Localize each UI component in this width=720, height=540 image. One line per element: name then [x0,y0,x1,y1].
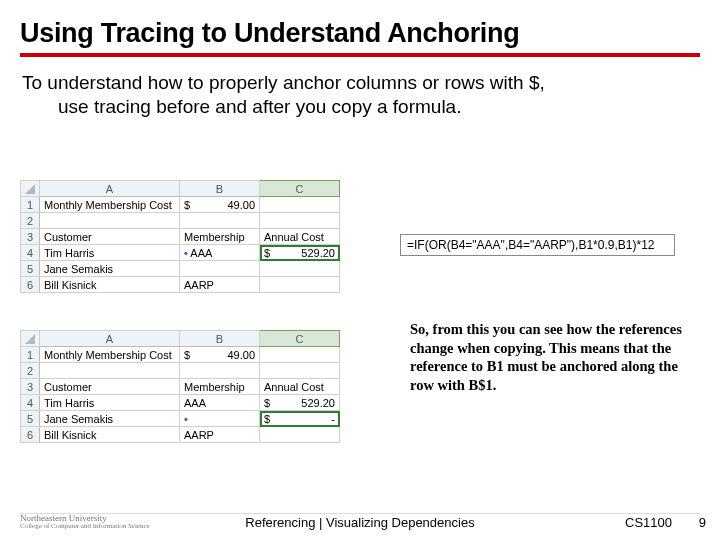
cell-b3[interactable]: Membership [180,229,260,245]
footer: Northeastern University College of Compu… [0,512,720,534]
cell-value: 49.00 [227,349,255,361]
row-header[interactable]: 4 [21,395,40,411]
row-header[interactable]: 5 [21,411,40,427]
slide-title: Using Tracing to Understand Anchoring [20,18,700,49]
cell-c2[interactable] [260,213,340,229]
body-line-2: use tracing before and after you copy a … [22,95,700,119]
dollar-sign: $ [264,397,270,409]
cell-value: 529.20 [301,247,335,259]
col-header-c-selected[interactable]: C [260,181,340,197]
cell-b5[interactable] [180,261,260,277]
row-header[interactable]: 6 [21,427,40,443]
sheet-table-bottom: A B C 1 Monthly Membership Cost $49.00 2… [20,330,340,443]
cell-a3[interactable]: Customer [40,379,180,395]
select-all-corner[interactable] [21,181,40,197]
cell-b2[interactable] [180,363,260,379]
row-header[interactable]: 3 [21,379,40,395]
cell-c4[interactable]: $529.20 [260,395,340,411]
cell-c3[interactable]: Annual Cost [260,379,340,395]
cell-c5[interactable] [260,261,340,277]
sheet-table-top: A B C 1 Monthly Membership Cost $49.00 2… [20,180,340,293]
cell-b5[interactable]: • [180,411,260,427]
cell-a5[interactable]: Jane Semakis [40,411,180,427]
cell-a1[interactable]: Monthly Membership Cost [40,197,180,213]
cell-a5[interactable]: Jane Semakis [40,261,180,277]
cell-a1[interactable]: Monthly Membership Cost [40,347,180,363]
explanation-text: So, from this you can see how the refere… [410,320,690,394]
dollar-sign: $ [264,413,270,425]
row-header[interactable]: 4 [21,245,40,261]
row-header[interactable]: 5 [21,261,40,277]
col-header-a[interactable]: A [40,331,180,347]
cell-c2[interactable] [260,363,340,379]
cell-value: AAA [190,247,212,259]
col-header-b[interactable]: B [180,331,260,347]
row-header[interactable]: 6 [21,277,40,293]
cell-value: - [331,413,335,425]
cell-c6[interactable] [260,427,340,443]
cell-a6[interactable]: Bill Kisnick [40,277,180,293]
dollar-sign: $ [184,199,190,211]
cell-value: 529.20 [301,397,335,409]
cell-c5-selected[interactable]: $- [260,411,340,427]
dollar-sign: $ [264,247,270,259]
cell-value: 49.00 [227,199,255,211]
body-paragraph: To understand how to properly anchor col… [20,71,700,119]
row-header[interactable]: 1 [21,197,40,213]
cell-b1[interactable]: $49.00 [180,197,260,213]
col-header-c-selected[interactable]: C [260,331,340,347]
cell-a4[interactable]: Tim Harris [40,245,180,261]
cell-b4[interactable]: AAA [180,395,260,411]
body-line-1: To understand how to properly anchor col… [22,72,545,93]
spreadsheet-bottom: A B C 1 Monthly Membership Cost $49.00 2… [20,330,340,443]
title-underline [20,53,700,57]
footer-course: CS1100 [625,515,672,530]
cell-b6[interactable]: AARP [180,277,260,293]
row-header[interactable]: 1 [21,347,40,363]
svg-marker-1 [25,334,35,344]
cell-b1[interactable]: $49.00 [180,347,260,363]
col-header-b[interactable]: B [180,181,260,197]
cell-b3[interactable]: Membership [180,379,260,395]
cell-c6[interactable] [260,277,340,293]
cell-c4-selected[interactable]: $529.20 [260,245,340,261]
cell-a4[interactable]: Tim Harris [40,395,180,411]
spreadsheet-top: A B C 1 Monthly Membership Cost $49.00 2… [20,180,340,293]
row-header[interactable]: 2 [21,213,40,229]
row-header[interactable]: 2 [21,363,40,379]
formula-callout: =IF(OR(B4="AAA",B4="AARP"),B1*0.9,B1)*12 [400,234,675,256]
cell-c1[interactable] [260,197,340,213]
cell-b2[interactable] [180,213,260,229]
footer-center: Referencing | Visualizing Dependencies [0,515,720,530]
cell-b4[interactable]: • AAA [180,245,260,261]
row-header[interactable]: 3 [21,229,40,245]
cell-a2[interactable] [40,213,180,229]
cell-a2[interactable] [40,363,180,379]
trace-dot-icon: • [184,247,188,259]
select-all-corner[interactable] [21,331,40,347]
cell-c1[interactable] [260,347,340,363]
cell-a3[interactable]: Customer [40,229,180,245]
cell-b6[interactable]: AARP [180,427,260,443]
footer-page: 9 [699,515,706,530]
cell-a6[interactable]: Bill Kisnick [40,427,180,443]
cell-c3[interactable]: Annual Cost [260,229,340,245]
trace-dot-icon: • [184,413,188,425]
col-header-a[interactable]: A [40,181,180,197]
svg-marker-0 [25,184,35,194]
dollar-sign: $ [184,349,190,361]
